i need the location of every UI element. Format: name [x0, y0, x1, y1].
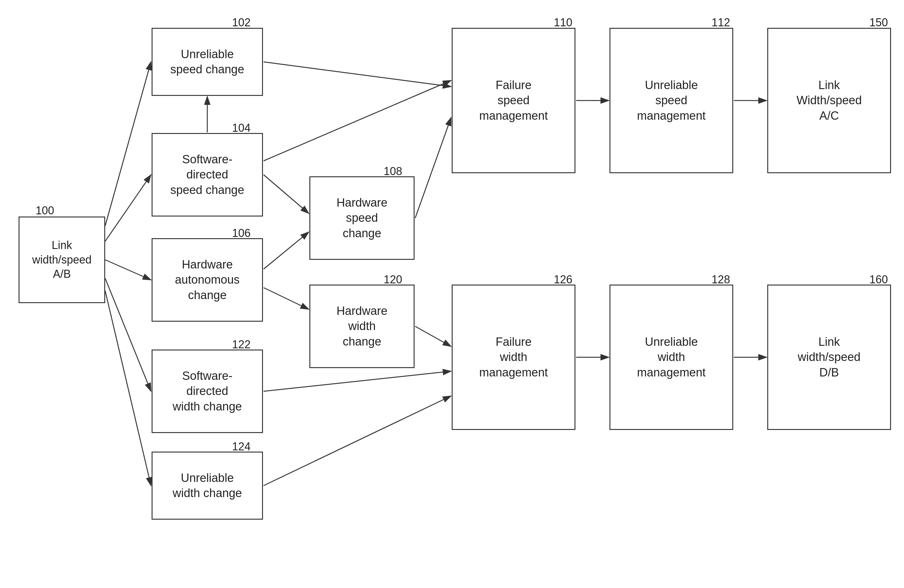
box-unreliable-speed-management: Unreliablespeedmanagement	[610, 28, 733, 173]
ref-112: 112	[711, 16, 730, 29]
svg-line-1	[105, 62, 151, 226]
box-failure-width-management: Failurewidthmanagement	[452, 285, 575, 430]
ref-120: 120	[384, 273, 402, 286]
svg-line-9	[264, 288, 309, 309]
svg-line-7	[264, 175, 309, 213]
svg-line-10	[415, 117, 451, 218]
ref-124: 124	[232, 440, 251, 453]
ref-100: 100	[36, 204, 54, 217]
box-link-db: Linkwidth/speedD/B	[767, 285, 891, 430]
ref-160: 160	[869, 273, 888, 286]
box-failure-speed-management: Failurespeedmanagement	[452, 28, 575, 173]
svg-line-3	[105, 260, 151, 280]
box-software-width-change: Software-directedwidth change	[152, 349, 263, 433]
ref-102: 102	[232, 16, 251, 29]
ref-106: 106	[232, 227, 251, 240]
svg-line-12	[264, 371, 451, 391]
ref-122: 122	[232, 338, 251, 351]
ref-104: 104	[232, 122, 251, 134]
ref-108: 108	[384, 165, 402, 178]
box-unreliable-width-management: Unreliablewidthmanagement	[610, 285, 733, 430]
box-link-ac: LinkWidth/speedA/C	[767, 28, 891, 173]
svg-line-8	[264, 232, 309, 269]
svg-line-5	[105, 291, 151, 485]
box-hardware-autonomous-change: Hardwareautonomouschange	[152, 238, 263, 322]
box-link-ab: Linkwidth/speedA/B	[19, 217, 105, 303]
ref-126: 126	[554, 273, 572, 286]
svg-line-6	[264, 62, 451, 87]
svg-line-4	[105, 278, 151, 391]
ref-128: 128	[711, 273, 730, 286]
svg-line-11	[415, 326, 451, 346]
box-hardware-speed-change: Hardwarespeedchange	[310, 176, 414, 260]
box-software-speed-change: Software-directedspeed change	[152, 133, 263, 217]
svg-line-13	[264, 396, 451, 485]
box-unreliable-width-change: Unreliablewidth change	[152, 452, 263, 520]
diagram: Linkwidth/speedA/B Unreliablespeed chang…	[0, 0, 904, 588]
box-unreliable-speed-change: Unreliablespeed change	[152, 28, 263, 96]
ref-110: 110	[554, 16, 572, 29]
box-hardware-width-change: Hardwarewidthchange	[310, 285, 414, 368]
svg-line-2	[105, 175, 151, 241]
svg-line-14	[264, 81, 451, 161]
ref-150: 150	[869, 16, 888, 29]
